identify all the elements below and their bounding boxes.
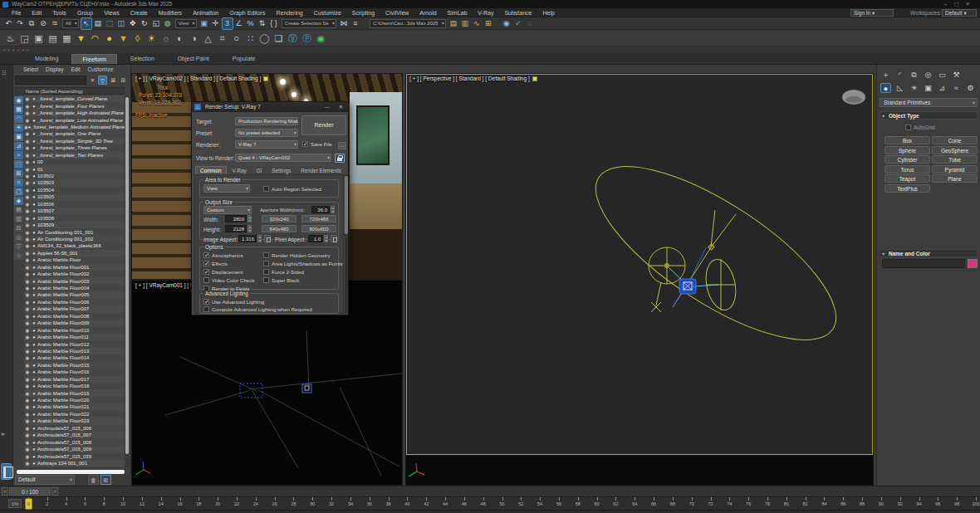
list-item[interactable]: ◉●103508: [24, 214, 125, 221]
schematic-view-icon[interactable]: ⊞: [483, 18, 494, 29]
list-item[interactable]: ◉●Air Conditioning 001_002: [24, 236, 125, 242]
list-item[interactable]: ◉●Arabic Marble Floor023: [24, 418, 125, 424]
size-preset-button-800x600[interactable]: 800x600: [301, 225, 336, 232]
dialog-tab-v-ray[interactable]: V-Ray: [228, 167, 251, 174]
object-type-button-cone[interactable]: Cone: [932, 136, 978, 144]
list-item[interactable]: ◉●Arabic Marble Floor014: [24, 354, 125, 361]
name-color-rollout[interactable]: Name and Color: [880, 249, 978, 257]
freeze-dot-icon[interactable]: ●: [31, 286, 37, 291]
list-item[interactable]: ◉●Arabic Marble Floor016: [24, 369, 125, 375]
visibility-eye-icon[interactable]: ◉: [24, 251, 31, 256]
list-item[interactable]: ◉●_forest_template_Low Animated Plane: [24, 116, 125, 123]
reference-coordinate-dropdown[interactable]: View: [175, 19, 197, 28]
visibility-eye-icon[interactable]: ◉: [24, 243, 31, 248]
visibility-eye-icon[interactable]: ◉: [24, 180, 31, 185]
visibility-eye-icon[interactable]: ◉: [24, 335, 31, 340]
selection-filter-dropdown[interactable]: All: [62, 19, 79, 28]
display-groups-icon[interactable]: ⬚: [14, 160, 23, 169]
visibility-eye-icon[interactable]: ◉: [24, 461, 31, 466]
next-frame-button[interactable]: >: [51, 487, 58, 496]
list-item[interactable]: ◉●Archmodels57_015_006: [24, 425, 125, 432]
rect-selection-region-icon[interactable]: ⬚: [104, 18, 115, 29]
ribbon-tab-selection[interactable]: Selection: [120, 54, 164, 63]
visibility-eye-icon[interactable]: ◉: [24, 188, 31, 193]
freeze-dot-icon[interactable]: ●: [31, 279, 37, 284]
search-input[interactable]: [15, 76, 86, 85]
visibility-eye-icon[interactable]: ◉: [24, 426, 31, 431]
checkbox-super-black[interactable]: [263, 277, 269, 283]
systems-category-icon[interactable]: ⚙: [965, 83, 976, 93]
utilities-tab-icon[interactable]: ⚒: [951, 70, 962, 80]
display-helpers-icon[interactable]: ⊿: [14, 142, 23, 150]
freeze-dot-icon[interactable]: ●: [31, 243, 37, 248]
undo-icon[interactable]: ↶: [2, 18, 14, 29]
ribbon-tab-modeling[interactable]: Modeling: [25, 54, 68, 63]
list-item[interactable]: ◉●103503: [24, 179, 125, 186]
freeze-dot-icon[interactable]: ●: [31, 251, 37, 256]
visibility-eye-icon[interactable]: ◉: [24, 265, 31, 270]
list-item[interactable]: ◉●Ashtrays 134 001_001: [24, 460, 125, 467]
cameras-category-icon[interactable]: ▣: [923, 83, 933, 93]
object-type-button-sphere[interactable]: Sphere: [884, 146, 930, 154]
explorer-menu-customize[interactable]: Customize: [88, 66, 114, 72]
chaos-player-icon[interactable]: ◉: [314, 31, 328, 46]
menu-item-group[interactable]: Group: [77, 10, 93, 16]
pixel-aspect-lock-icon[interactable]: [331, 235, 337, 242]
target-dropdown[interactable]: Production Rendering Mode: [235, 117, 298, 125]
workspace-dropdown[interactable]: Default ▾: [942, 9, 977, 17]
visibility-eye-icon[interactable]: ◉: [24, 355, 31, 360]
freeze-dot-icon[interactable]: ●: [31, 180, 37, 185]
list-item[interactable]: ◉●AM134_32_black_plastic366: [24, 242, 125, 249]
list-item[interactable]: ◉●Archmodels57_015_007: [24, 432, 125, 438]
visibility-eye-icon[interactable]: ◉: [24, 432, 31, 437]
list-item[interactable]: ◉●Arabic Marble Floor009: [24, 320, 125, 326]
display-all-icon[interactable]: ◉: [14, 96, 23, 105]
dialog-tab-render-elements[interactable]: Render Elements: [296, 167, 345, 174]
checkbox-area-lights-shadows-as-points[interactable]: [263, 261, 269, 266]
select-and-rotate-icon[interactable]: ↻: [139, 18, 150, 29]
select-and-manipulate-icon[interactable]: ✛: [210, 18, 222, 29]
vray-plane-light-icon[interactable]: ▼: [116, 31, 130, 46]
viewport-perspective[interactable]: [ + ] [ Perspective ] [ Standard ] [ Def…: [405, 73, 874, 486]
object-type-button-teapot[interactable]: Teapot: [884, 174, 930, 183]
geometry-category-icon[interactable]: ●: [880, 83, 891, 93]
dock-expand-icon[interactable]: ▸: [2, 430, 5, 437]
select-and-place-icon[interactable]: ◍: [162, 18, 174, 29]
output-size-dropdown[interactable]: Custom: [203, 206, 252, 214]
freeze-dot-icon[interactable]: ●: [31, 159, 37, 164]
visibility-eye-icon[interactable]: ◉: [24, 145, 31, 150]
menu-item-v-ray[interactable]: V-Ray: [478, 10, 493, 16]
freeze-dot-icon[interactable]: ●: [31, 145, 37, 150]
display-geometry-icon[interactable]: ▦: [14, 105, 23, 114]
visibility-eye-icon[interactable]: ◉: [24, 257, 31, 262]
visibility-eye-icon[interactable]: ◉: [24, 194, 31, 199]
list-item[interactable]: ◉●01: [24, 165, 125, 172]
render-button[interactable]: Render: [301, 115, 346, 135]
auto-region-checkbox[interactable]: [263, 186, 269, 192]
list-item[interactable]: ◉●Arabic Marble Floor004: [24, 285, 125, 291]
vray-sphere-light-icon[interactable]: ●: [102, 31, 116, 46]
key-filter-button[interactable]: 1%: [8, 499, 22, 508]
create-tab-icon[interactable]: ＋: [880, 70, 891, 80]
menu-item-rendering[interactable]: Rendering: [276, 10, 302, 16]
vray-swatches-icon[interactable]: ∷: [243, 31, 257, 46]
sign-in-button[interactable]: Sign In ▾: [850, 9, 894, 17]
freeze-dot-icon[interactable]: ●: [31, 432, 37, 437]
visibility-eye-icon[interactable]: ◉: [24, 328, 31, 333]
freeze-dot-icon[interactable]: ●: [31, 237, 37, 242]
freeze-dot-icon[interactable]: ●: [31, 131, 37, 136]
viewport-label[interactable]: [ + ] [ Perspective ] [ Standard ] [ Def…: [409, 76, 537, 81]
track-bar[interactable]: 1% 2468101214161820222426283032343638404…: [0, 496, 980, 510]
display-containers-icon[interactable]: ▢: [14, 188, 23, 196]
aperture-spinner[interactable]: ▲▼: [331, 206, 335, 213]
freeze-dot-icon[interactable]: ●: [31, 300, 37, 305]
dialog-tab-common[interactable]: Common: [195, 166, 227, 174]
object-type-button-pyramid[interactable]: Pyramid: [932, 165, 978, 173]
dialog-minimize-button[interactable]: —: [325, 102, 331, 112]
size-preset-button-640x480[interactable]: 640x480: [262, 225, 296, 232]
maximize-button[interactable]: ▢: [953, 1, 965, 7]
list-item[interactable]: ◉●_forest_template_Medium Animated Plane: [24, 124, 125, 130]
object-type-button-torus[interactable]: Torus: [884, 165, 930, 173]
freeze-dot-icon[interactable]: ●: [31, 188, 37, 193]
lights-category-icon[interactable]: ☀: [909, 83, 919, 93]
